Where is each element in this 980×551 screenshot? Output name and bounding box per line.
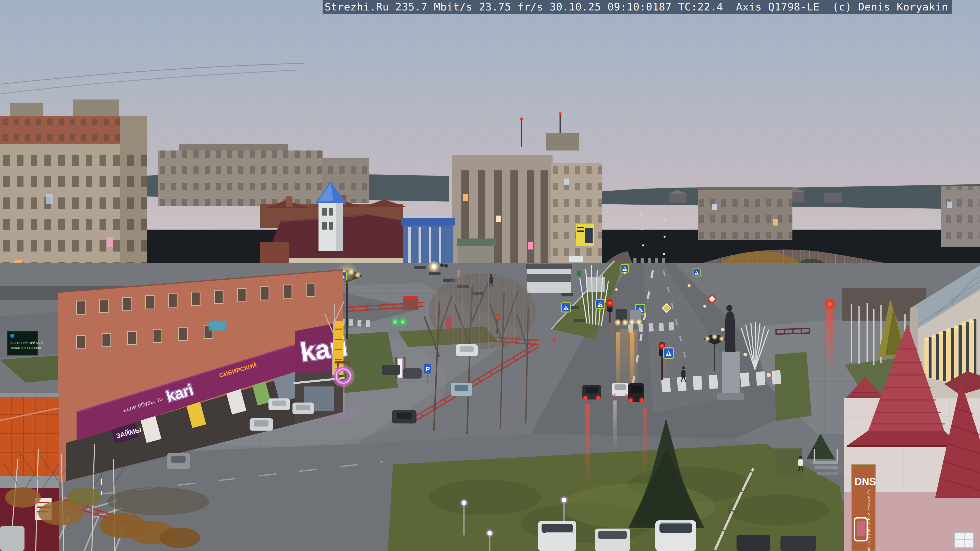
lit-window — [46, 194, 52, 204]
neon-sign-blue — [208, 321, 227, 332]
lit-window — [107, 237, 113, 247]
scene-svg: #КРУЖКА P — [0, 0, 980, 551]
crosswalk-sign — [562, 303, 571, 312]
svg-text:P: P — [425, 365, 430, 373]
dns-window — [955, 532, 974, 548]
suv-dark-moving — [627, 383, 646, 404]
webcam-frame: #КРУЖКА P — [0, 0, 980, 551]
camera-artifact-speck — [155, 28, 157, 30]
lit-window — [528, 242, 533, 249]
crosswalk-sign — [596, 300, 605, 309]
trash-bin — [577, 271, 581, 276]
lit-window — [463, 194, 468, 201]
pavilion-white — [526, 264, 572, 293]
traffic-light-red-small — [553, 338, 556, 341]
crosswalk-sign — [621, 265, 628, 272]
billboard-far — [576, 224, 594, 246]
lit-window — [496, 216, 501, 222]
lit-window — [712, 204, 717, 210]
lit-window — [773, 219, 778, 225]
crosswalk-sign — [693, 269, 700, 276]
dns-logo-text: DNS — [854, 476, 876, 487]
car-oncoming-white — [628, 310, 643, 326]
speed-limit-sign — [709, 295, 715, 302]
svg-text:РАЗВИТИЯ РЕГИОНОВ: РАЗВИТИЯ РЕГИОНОВ — [10, 346, 41, 349]
zebra-crossing-far — [633, 258, 665, 263]
kiosk-small-red — [403, 296, 418, 310]
parked-suv-far — [569, 256, 583, 262]
car-white-moving — [612, 383, 628, 396]
overlay-text: Strezhi.Ru 235.7 Mbit/s 23.75 fr/s 30.10… — [325, 0, 948, 14]
traffic-light-avenue-red — [823, 297, 837, 311]
bank-sign: ВСЕРОССИЙСКИЙ БАНКРАЗВИТИЯ РЕГИОНОВ — [7, 331, 43, 355]
svg-text:ВСЕРОССИЙСКИЙ БАНК: ВСЕРОССИЙСКИЙ БАНК — [10, 341, 43, 345]
monument-statue — [725, 311, 735, 352]
dns-banner: DNS ЦИФРОВАЯ И БЫТОВАЯ ТЕХНИКА — [851, 464, 876, 551]
car-oncoming-dark — [614, 309, 629, 326]
lit-window — [564, 179, 569, 185]
crosswalk-sign — [663, 348, 674, 358]
pedestrian-sitting — [440, 264, 444, 267]
pedestrian-sitting — [444, 264, 448, 268]
lit-window — [947, 202, 952, 208]
overlay-status-bar: Strezhi.Ru 235.7 Mbit/s 23.75 fr/s 30.10… — [323, 0, 952, 14]
car-dark-moving — [582, 385, 601, 401]
